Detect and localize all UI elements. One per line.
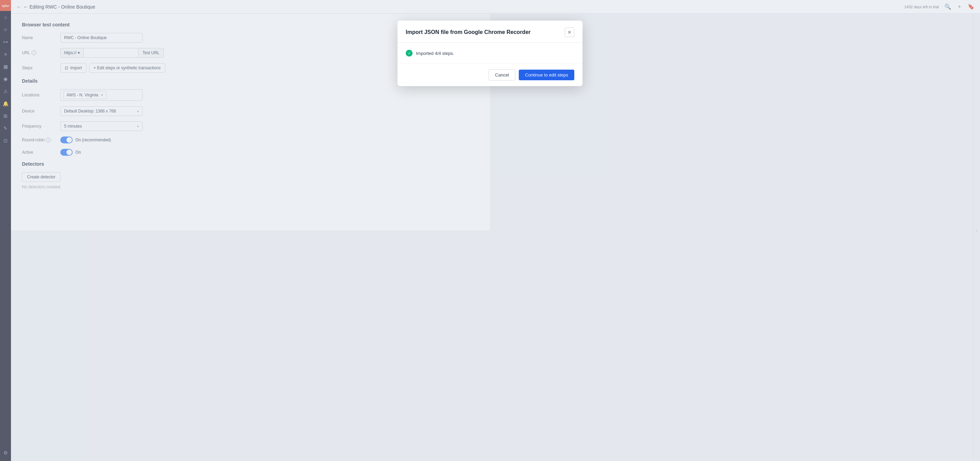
modal-header: Import JSON file from Google Chrome Reco… <box>398 21 490 43</box>
modal-title: Import JSON file from Google Chrome Reco… <box>406 29 490 35</box>
modal-message: Imported 4/4 steps. <box>416 51 454 56</box>
success-icon: ✓ <box>406 50 412 57</box>
modal-footer: Cancel Continue to edit steps <box>398 64 490 86</box>
cancel-button[interactable]: Cancel <box>488 69 490 81</box>
modal-body: ✓ Imported 4/4 steps. <box>398 43 490 64</box>
modal-overlay: Import JSON file from Google Chrome Reco… <box>0 0 490 231</box>
import-modal: Import JSON file from Google Chrome Reco… <box>398 21 490 86</box>
